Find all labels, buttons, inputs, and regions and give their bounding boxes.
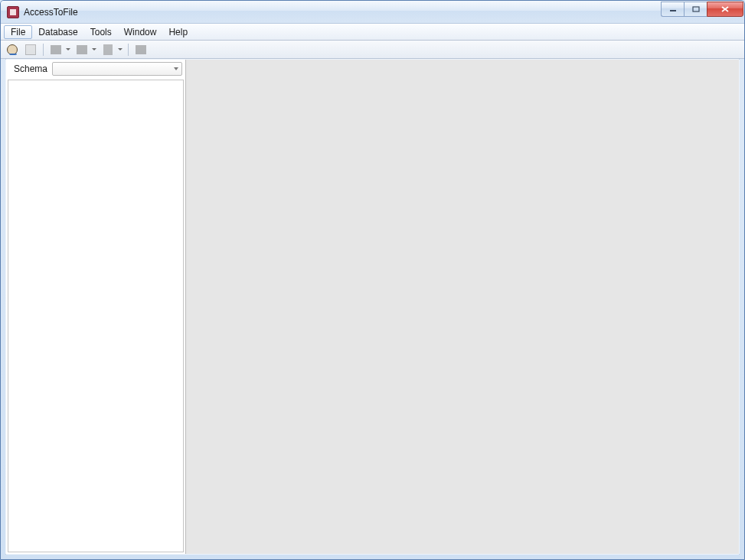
close-button[interactable] [707, 2, 743, 17]
schema-combobox[interactable] [52, 62, 182, 76]
sidebar-panel: Schema [6, 60, 186, 554]
menu-file[interactable]: File [4, 25, 32, 39]
toolbar-export-query-split [74, 42, 98, 57]
toolbar-export-table-dropdown[interactable] [64, 42, 72, 57]
user-icon [7, 44, 18, 55]
export-query-icon [77, 45, 87, 54]
toolbar-export-query-dropdown[interactable] [90, 42, 98, 57]
minimize-button[interactable] [661, 2, 684, 17]
object-tree[interactable] [8, 80, 184, 552]
menu-database[interactable]: Database [32, 24, 83, 40]
schema-row: Schema [6, 60, 185, 78]
menu-bar: File Database Tools Window Help [1, 24, 744, 41]
toolbar-connect-button[interactable] [4, 42, 21, 57]
toolbar-export-query-button[interactable] [74, 42, 90, 57]
client-area: Schema [5, 59, 740, 555]
stop-icon [136, 45, 146, 54]
schema-label: Schema [9, 63, 47, 74]
minimize-icon [669, 6, 677, 12]
maximize-button[interactable] [684, 2, 707, 17]
toolbar [1, 41, 744, 59]
title-bar[interactable]: AccessToFile [1, 1, 744, 24]
toolbar-sql-dropdown[interactable] [116, 42, 124, 57]
toolbar-wizard-button[interactable] [22, 42, 39, 57]
app-icon [7, 6, 19, 18]
wizard-icon [25, 44, 36, 55]
toolbar-sql-split [100, 42, 124, 57]
mdi-area [186, 60, 739, 554]
export-table-icon [51, 45, 61, 54]
menu-tools[interactable]: Tools [84, 24, 118, 40]
menu-window[interactable]: Window [118, 24, 163, 40]
toolbar-export-table-button[interactable] [47, 42, 64, 57]
sql-icon [103, 44, 113, 55]
toolbar-separator [128, 44, 129, 56]
close-icon [720, 5, 730, 13]
window-frame: AccessToFile File Database Tools Window … [0, 0, 745, 560]
svg-rect-1 [693, 7, 699, 11]
toolbar-sql-button[interactable] [100, 42, 116, 57]
menu-help[interactable]: Help [162, 24, 194, 40]
toolbar-stop-button[interactable] [132, 42, 149, 57]
toolbar-separator [43, 44, 44, 56]
maximize-icon [692, 6, 700, 12]
window-title: AccessToFile [24, 7, 78, 18]
svg-rect-0 [670, 10, 676, 11]
toolbar-export-table-split [47, 42, 72, 57]
window-controls [661, 2, 743, 17]
